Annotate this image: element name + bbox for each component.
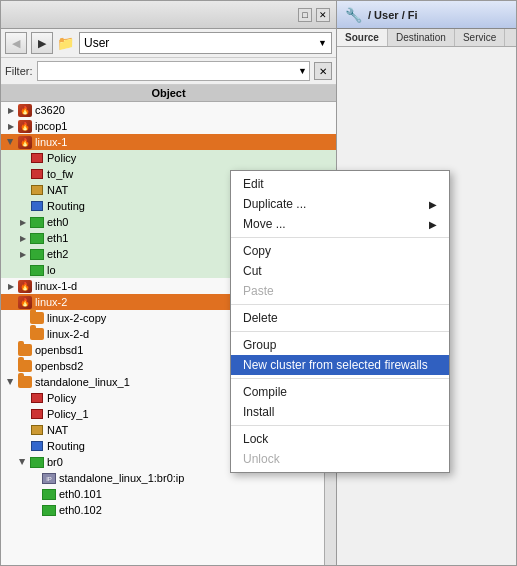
eth-icon-eth2 [29, 247, 45, 261]
policy-icon-s1 [29, 391, 45, 405]
menu-item-delete[interactable]: Delete [231, 308, 449, 328]
right-tabs: Source Destination Service [337, 29, 516, 47]
nat-icon [29, 183, 45, 197]
menu-item-unlock[interactable]: Unlock [231, 449, 449, 469]
eth-icon-eth1 [29, 231, 45, 245]
tree-label: br0 [47, 456, 63, 468]
breadcrumb-label: User [84, 36, 109, 50]
nav-bar: ◀ ▶ 📁 User ▼ [1, 29, 336, 58]
menu-separator-5 [231, 425, 449, 426]
menu-item-move[interactable]: Move ... ▶ [231, 214, 449, 234]
tree-label: Routing [47, 440, 85, 452]
right-panel-content [337, 47, 516, 55]
tree-label: standalone_linux_1:br0:ip [59, 472, 184, 484]
eth-icon-eth0-102 [41, 503, 57, 517]
right-title-text: / User / Fi [368, 9, 418, 21]
tree-label: NAT [47, 424, 68, 436]
menu-item-cut[interactable]: Cut [231, 261, 449, 281]
menu-item-lock[interactable]: Lock [231, 429, 449, 449]
expand-arrow-eth0[interactable]: ▶ [17, 216, 29, 228]
folder-icon-ob1 [17, 343, 33, 357]
tree-item-c3620[interactable]: ▶ 🔥 c3620 [1, 102, 336, 118]
dropdown-arrow-icon: ▼ [318, 38, 327, 48]
firewall-icon-linux-1-d: 🔥 [17, 279, 33, 293]
policy-icon-to-fw [29, 167, 45, 181]
close-button[interactable]: ✕ [316, 8, 330, 22]
tree-label: linux-2-d [47, 328, 89, 340]
tree-label: openbsd2 [35, 360, 83, 372]
filter-bar: Filter: ▼ ✕ [1, 58, 336, 85]
expand-arrow-eth2[interactable]: ▶ [17, 248, 29, 260]
tab-source[interactable]: Source [337, 29, 388, 46]
expand-arrow-br0[interactable]: ▶ [17, 456, 29, 468]
menu-item-edit[interactable]: Edit [231, 174, 449, 194]
tree-label: ipcop1 [35, 120, 67, 132]
folder-icon-standalone [17, 375, 33, 389]
filter-input[interactable]: ▼ [37, 61, 311, 81]
tree-label: to_fw [47, 168, 73, 180]
forward-button[interactable]: ▶ [31, 32, 53, 54]
eth-icon-eth0-101 [41, 487, 57, 501]
tree-item-eth0-102[interactable]: ▶ eth0.102 [1, 502, 336, 518]
tree-label: NAT [47, 184, 68, 196]
tree-item-linux-1[interactable]: ▶ 🔥 linux-1 [1, 134, 336, 150]
tree-label: Routing [47, 200, 85, 212]
tree-label: Policy [47, 152, 76, 164]
tree-label: Policy_1 [47, 408, 89, 420]
menu-separator-2 [231, 304, 449, 305]
menu-separator-1 [231, 237, 449, 238]
expand-arrow-eth1[interactable]: ▶ [17, 232, 29, 244]
eth-icon-br0 [29, 455, 45, 469]
menu-item-paste[interactable]: Paste [231, 281, 449, 301]
right-panel-title: 🔧 / User / Fi [337, 1, 516, 29]
firewall-icon-ipcop1: 🔥 [17, 119, 33, 133]
menu-item-copy[interactable]: Copy [231, 241, 449, 261]
firewall-icon-linux-1: 🔥 [17, 135, 33, 149]
nat-icon-s1 [29, 423, 45, 437]
firewall-icon-c3620: 🔥 [17, 103, 33, 117]
tree-item-ipcop1[interactable]: ▶ 🔥 ipcop1 [1, 118, 336, 134]
folder-icon-l2c [29, 311, 45, 325]
tree-item-policy-1[interactable]: ▶ Policy [1, 150, 336, 166]
title-bar: □ ✕ [1, 1, 336, 29]
menu-item-compile[interactable]: Compile [231, 382, 449, 402]
tab-service[interactable]: Service [455, 29, 505, 46]
eth-icon-eth0 [29, 215, 45, 229]
tree-label: lo [47, 264, 56, 276]
tree-label: eth0.101 [59, 488, 102, 500]
tree-label: openbsd1 [35, 344, 83, 356]
expand-arrow-linux-1-d[interactable]: ▶ [5, 280, 17, 292]
expand-arrow-c3620[interactable]: ▶ [5, 104, 17, 116]
tab-destination[interactable]: Destination [388, 29, 455, 46]
tree-label: linux-2 [35, 296, 67, 308]
policy-icon [29, 151, 45, 165]
tree-label: eth0.102 [59, 504, 102, 516]
back-button[interactable]: ◀ [5, 32, 27, 54]
submenu-arrow-move: ▶ [429, 219, 437, 230]
filter-clear-button[interactable]: ✕ [314, 62, 332, 80]
expand-arrow-standalone[interactable]: ▶ [5, 376, 17, 388]
filter-dropdown-icon: ▼ [298, 66, 307, 76]
menu-separator-3 [231, 331, 449, 332]
expand-arrow-linux-1[interactable]: ▶ [5, 136, 17, 148]
folder-icon-l2d [29, 327, 45, 341]
menu-item-new-cluster[interactable]: New cluster from selected firewalls [231, 355, 449, 375]
tree-label: c3620 [35, 104, 65, 116]
filter-label: Filter: [5, 65, 33, 77]
policy-icon-s2 [29, 407, 45, 421]
routing-icon [29, 199, 45, 213]
restore-button[interactable]: □ [298, 8, 312, 22]
menu-item-duplicate[interactable]: Duplicate ... ▶ [231, 194, 449, 214]
tree-item-eth0-101[interactable]: ▶ eth0.101 [1, 486, 336, 502]
menu-item-install[interactable]: Install [231, 402, 449, 422]
expand-arrow-ipcop1[interactable]: ▶ [5, 120, 17, 132]
user-icon: 📁 [57, 36, 73, 50]
cluster-icon: 🔧 [345, 7, 362, 23]
menu-separator-4 [231, 378, 449, 379]
tree-label: standalone_linux_1 [35, 376, 130, 388]
firewall-icon-linux-2: 🔥 [17, 295, 33, 309]
tree-label: linux-1-d [35, 280, 77, 292]
breadcrumb-select[interactable]: User ▼ [79, 32, 332, 54]
tree-label: linux-2-copy [47, 312, 106, 324]
menu-item-group[interactable]: Group [231, 335, 449, 355]
